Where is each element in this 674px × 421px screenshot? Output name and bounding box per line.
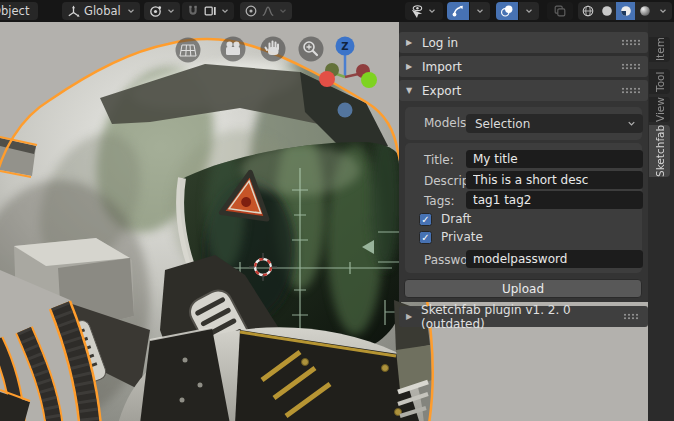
chevron-down-icon [166, 6, 176, 16]
collapsed-arrow-icon: ▶ [406, 38, 415, 47]
mode-label: Object [0, 4, 29, 18]
overlays-dropdown[interactable] [519, 2, 539, 20]
mode-dropdown[interactable]: Object [0, 2, 38, 20]
models-box: Models: Selection [405, 107, 642, 140]
chevron-down-icon [126, 6, 136, 16]
zoom-view-button[interactable] [299, 37, 324, 62]
expanded-arrow-icon: ▼ [406, 86, 415, 95]
viewport-header: Object Global [0, 0, 674, 22]
pan-view-button[interactable] [261, 37, 286, 62]
gizmo-icon [451, 4, 465, 18]
rendered-shading-button[interactable] [635, 2, 654, 20]
gizmos-controls [447, 2, 490, 20]
overlays-icon [500, 4, 514, 18]
magnet-icon [186, 4, 200, 18]
title-label: Title: [424, 153, 454, 167]
tags-field[interactable] [466, 191, 643, 209]
panel-title: Log in [422, 36, 458, 50]
panel-drag-grip[interactable] [621, 39, 640, 46]
blender-window: Z [0, 0, 674, 421]
chevron-down-icon [475, 6, 485, 16]
shading-controls [578, 2, 672, 20]
tab-tool[interactable]: Tool [649, 69, 670, 94]
chevron-down-icon [626, 118, 637, 129]
gizmo-z-label: Z [341, 41, 348, 52]
tab-label: Item [654, 38, 666, 62]
gizmo-y-axis-ball[interactable] [361, 72, 377, 88]
snap-target-icon [203, 4, 217, 18]
chevron-down-icon [220, 6, 230, 16]
panel-title: Sketchfab plugin v1. 2. 0 (outdated) [421, 303, 616, 331]
models-select[interactable]: Selection [466, 114, 643, 133]
proportional-editing-controls[interactable] [240, 2, 292, 20]
pivot-point-dropdown[interactable] [144, 2, 180, 20]
tab-sketchfab[interactable]: Sketchfab [649, 125, 670, 177]
draft-checkbox[interactable]: ✓ [419, 213, 432, 226]
gizmo-minus-z-ball[interactable] [338, 103, 353, 118]
solid-sphere-icon [600, 4, 614, 18]
sidebar-tab-strip: Item Tool View Sketchfab [648, 22, 674, 421]
model-details-box: Title: Descrip.. Tags: ✓ Draft ✓ Private… [405, 143, 642, 273]
tab-label: View [654, 97, 666, 122]
draft-label: Draft [441, 212, 471, 226]
xray-toggle[interactable] [547, 2, 573, 20]
wireframe-sphere-icon [581, 4, 595, 18]
tab-view[interactable]: View [649, 97, 670, 122]
upload-button[interactable]: Upload [404, 279, 642, 298]
password-field[interactable] [466, 250, 643, 268]
solid-shading-button[interactable] [597, 2, 616, 20]
orientation-axes-icon [66, 4, 81, 19]
panel-drag-grip[interactable] [621, 63, 640, 70]
wireframe-shading-button[interactable] [578, 2, 597, 20]
title-field[interactable] [466, 150, 643, 168]
cursor-eye-icon [409, 4, 424, 19]
models-value: Selection [475, 117, 530, 131]
proportional-editing-icon [244, 4, 258, 18]
snapping-controls[interactable] [182, 2, 234, 20]
models-label: Models: [424, 116, 470, 130]
material-sphere-icon [619, 4, 633, 18]
private-label: Private [441, 230, 483, 244]
material-preview-shading-button[interactable] [616, 2, 635, 20]
xray-icon [553, 4, 567, 18]
camera-view-button[interactable] [221, 37, 246, 62]
tab-item[interactable]: Item [649, 37, 670, 62]
draft-checkbox-row[interactable]: ✓ Draft [419, 212, 471, 226]
tags-label: Tags: [424, 194, 455, 208]
collapsed-arrow-icon: ▶ [406, 312, 414, 321]
chevron-down-icon [427, 6, 437, 16]
panel-title: Import [422, 60, 462, 74]
falloff-curve-icon [261, 4, 275, 18]
perspective-grid-button[interactable] [176, 38, 201, 63]
description-field[interactable] [466, 171, 643, 189]
panel-header-login[interactable]: ▶ Log in [399, 32, 648, 53]
overlays-controls [496, 2, 539, 20]
gizmo-x-axis-ball[interactable] [319, 71, 335, 87]
private-checkbox-row[interactable]: ✓ Private [419, 230, 483, 244]
panel-title: Export [422, 84, 461, 98]
rendered-sphere-icon [638, 4, 652, 18]
transform-orientation-dropdown[interactable]: Global [62, 2, 140, 20]
chevron-down-icon [658, 6, 668, 16]
tab-label: Tool [654, 71, 666, 91]
pivot-point-icon [148, 4, 163, 19]
panel-drag-grip[interactable] [623, 313, 640, 320]
show-overlays-toggle[interactable] [496, 2, 518, 20]
panel-drag-grip[interactable] [621, 87, 640, 94]
tab-label: Sketchfab [654, 125, 666, 177]
visibility-dropdown[interactable] [405, 2, 443, 20]
shading-dropdown[interactable] [654, 2, 672, 20]
chevron-down-icon [524, 6, 534, 16]
collapsed-arrow-icon: ▶ [406, 62, 415, 71]
orientation-label: Global [84, 4, 123, 18]
chevron-down-icon [278, 6, 288, 16]
panel-header-export[interactable]: ▼ Export [399, 80, 648, 101]
gizmo-dropdown[interactable] [470, 2, 490, 20]
private-checkbox[interactable]: ✓ [419, 231, 432, 244]
show-gizmo-toggle[interactable] [447, 2, 469, 20]
panel-header-import[interactable]: ▶ Import [399, 56, 648, 77]
panel-header-sketchfab-plugin[interactable]: ▶ Sketchfab plugin v1. 2. 0 (outdated) [399, 306, 648, 327]
export-panel-body: Models: Selection Title: Descrip.. Tags:… [399, 101, 648, 302]
